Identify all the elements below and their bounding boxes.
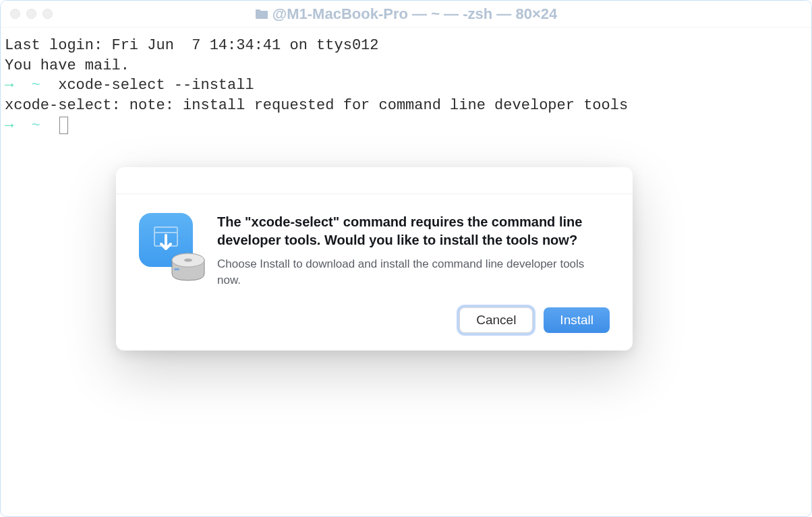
terminal-prompt-line: → ~ xcode-select --install [5,75,807,96]
cancel-button[interactable]: Cancel [459,307,533,333]
dialog-title: The "xcode-select" command requires the … [217,213,610,249]
dialog-buttons: Cancel Install [116,307,633,351]
maximize-window-button[interactable] [42,9,53,19]
traffic-lights [10,9,53,19]
dialog-body: The "xcode-select" command requires the … [116,194,633,307]
terminal-output: xcode-select: note: install requested fo… [5,96,807,116]
minimize-window-button[interactable] [26,9,36,19]
install-button[interactable]: Install [544,307,610,333]
terminal-cursor [59,117,68,134]
terminal-line-mail: You have mail. [5,56,807,76]
window-title-text: @M1-MacBook-Pro — ~ — -zsh — 80×24 [272,5,557,23]
svg-point-4 [184,259,192,262]
folder-icon [255,9,268,20]
prompt-tilde: ~ [32,77,40,94]
terminal-prompt-line-2: → ~ [5,116,807,136]
dialog-subtitle: Choose Install to download and install t… [217,256,610,288]
dialog-text: The "xcode-select" command requires the … [217,213,610,288]
title-bar: @M1-MacBook-Pro — ~ — -zsh — 80×24 [1,1,811,28]
prompt-arrow-icon: → [5,117,13,134]
prompt-tilde: ~ [32,117,40,134]
dialog-icon [139,213,200,274]
terminal-command: xcode-select --install [58,77,254,94]
dialog-header [116,167,633,194]
prompt-arrow-icon: → [5,77,13,94]
terminal-line-login: Last login: Fri Jun 7 14:34:41 on ttys01… [5,36,807,56]
window-title: @M1-MacBook-Pro — ~ — -zsh — 80×24 [9,5,803,23]
svg-rect-5 [174,268,179,270]
disk-icon [170,252,206,282]
terminal-content[interactable]: Last login: Fri Jun 7 14:34:41 on ttys01… [1,28,811,144]
install-dialog: The "xcode-select" command requires the … [116,167,633,351]
close-window-button[interactable] [10,9,20,19]
